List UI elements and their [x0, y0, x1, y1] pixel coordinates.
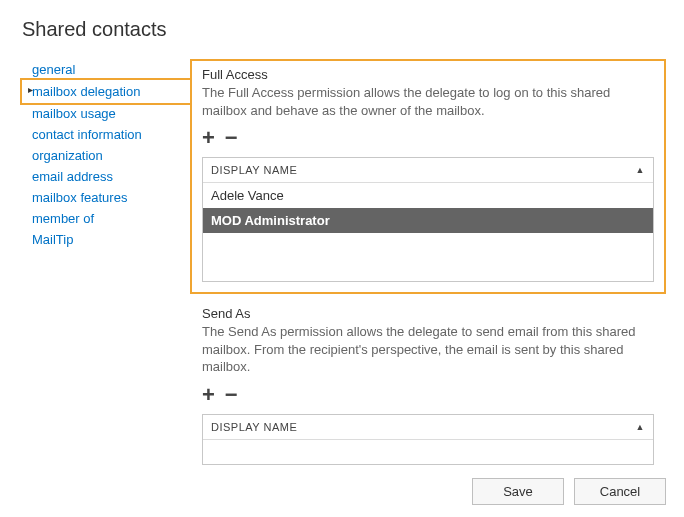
send-as-grid: DISPLAY NAME ▲ — [202, 414, 654, 465]
save-button[interactable]: Save — [472, 478, 564, 505]
sidebar-item-mailtip[interactable]: MailTip — [22, 229, 190, 250]
full-access-desc: The Full Access permission allows the de… — [202, 84, 654, 119]
send-as-column-header[interactable]: DISPLAY NAME ▲ — [203, 415, 653, 440]
sidebar-item-mailbox-usage[interactable]: mailbox usage — [22, 103, 190, 124]
full-access-title: Full Access — [202, 67, 654, 82]
send-as-section: Send As The Send As permission allows th… — [190, 306, 666, 465]
sidebar-item-member-of[interactable]: member of — [22, 208, 190, 229]
full-access-column-header[interactable]: DISPLAY NAME ▲ — [203, 158, 653, 183]
table-row[interactable]: MOD Administrator — [203, 208, 653, 233]
sort-asc-icon: ▲ — [636, 422, 645, 432]
minus-icon[interactable]: − — [225, 384, 238, 406]
table-row[interactable]: Adele Vance — [203, 183, 653, 208]
sort-asc-icon: ▲ — [636, 165, 645, 175]
sidebar-item-organization[interactable]: organization — [22, 145, 190, 166]
send-as-desc: The Send As permission allows the delega… — [202, 323, 654, 376]
sidebar-item-contact-information[interactable]: contact information — [22, 124, 190, 145]
sidebar-item-mailbox-delegation[interactable]: mailbox delegation — [32, 81, 190, 102]
cancel-button[interactable]: Cancel — [574, 478, 666, 505]
column-header-label: DISPLAY NAME — [211, 164, 297, 176]
send-as-title: Send As — [202, 306, 654, 321]
full-access-grid: DISPLAY NAME ▲ Adele Vance MOD Administr… — [202, 157, 654, 282]
sidebar-item-mailbox-features[interactable]: mailbox features — [22, 187, 190, 208]
plus-icon[interactable]: + — [202, 384, 215, 406]
sidebar: general mailbox delegation mailbox usage… — [22, 59, 190, 250]
page-title: Shared contacts — [0, 0, 684, 59]
sidebar-item-email-address[interactable]: email address — [22, 166, 190, 187]
sidebar-item-general[interactable]: general — [22, 59, 190, 80]
plus-icon[interactable]: + — [202, 127, 215, 149]
minus-icon[interactable]: − — [225, 127, 238, 149]
footer-buttons: Save Cancel — [472, 478, 666, 505]
content-panel: Full Access The Full Access permission a… — [190, 59, 684, 465]
column-header-label: DISPLAY NAME — [211, 421, 297, 433]
full-access-section: Full Access The Full Access permission a… — [190, 59, 666, 294]
